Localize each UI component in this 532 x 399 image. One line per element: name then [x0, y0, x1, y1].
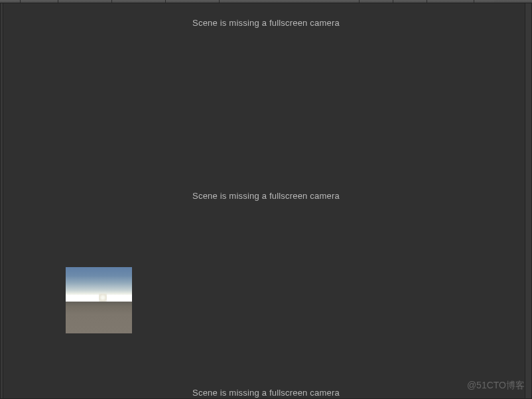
watermark-text: @51CTO博客 — [467, 380, 525, 392]
preview-ground — [66, 302, 132, 333]
missing-camera-warning: Scene is missing a fullscreen camera — [1, 191, 531, 201]
toolbar-segment[interactable] — [220, 0, 359, 3]
toolbar-segment[interactable] — [360, 0, 393, 3]
panel-right-border — [525, 3, 531, 398]
toolbar-segment[interactable] — [166, 0, 219, 3]
preview-scene-object — [99, 294, 107, 302]
toolbar-segment[interactable] — [393, 0, 427, 3]
camera-preview-thumbnail[interactable] — [66, 267, 132, 333]
toolbar-segment[interactable] — [474, 0, 494, 3]
toolbar-segment[interactable] — [112, 0, 165, 3]
missing-camera-warning: Scene is missing a fullscreen camera — [1, 18, 531, 28]
toolbar-segment[interactable] — [427, 0, 474, 3]
toolbar-segment[interactable] — [21, 0, 58, 3]
toolbar-segment[interactable] — [0, 0, 20, 3]
panel-left-border — [1, 3, 3, 398]
missing-camera-warning: Scene is missing a fullscreen camera — [1, 388, 531, 398]
toolbar-segment[interactable] — [58, 0, 111, 3]
game-view-panel: Scene is missing a fullscreen camera Sce… — [0, 3, 532, 399]
